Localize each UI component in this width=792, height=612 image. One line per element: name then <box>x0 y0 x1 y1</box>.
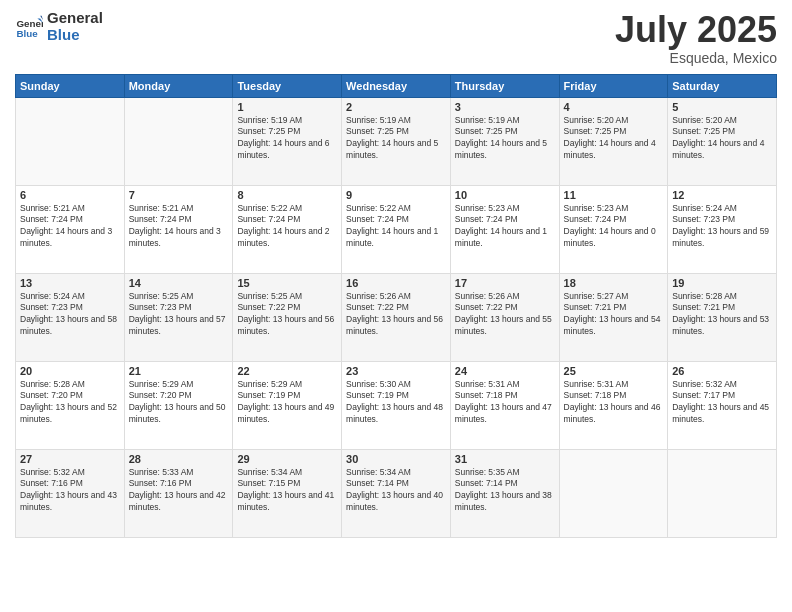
calendar-week-row: 6Sunrise: 5:21 AM Sunset: 7:24 PM Daylig… <box>16 185 777 273</box>
day-info: Sunrise: 5:20 AM Sunset: 7:25 PM Dayligh… <box>672 115 772 163</box>
calendar-cell: 23Sunrise: 5:30 AM Sunset: 7:19 PM Dayli… <box>342 361 451 449</box>
day-number: 11 <box>564 189 664 201</box>
calendar-cell: 3Sunrise: 5:19 AM Sunset: 7:25 PM Daylig… <box>450 97 559 185</box>
weekday-header: Wednesday <box>342 74 451 97</box>
day-info: Sunrise: 5:35 AM Sunset: 7:14 PM Dayligh… <box>455 467 555 515</box>
day-info: Sunrise: 5:23 AM Sunset: 7:24 PM Dayligh… <box>564 203 664 251</box>
calendar-cell: 8Sunrise: 5:22 AM Sunset: 7:24 PM Daylig… <box>233 185 342 273</box>
day-number: 16 <box>346 277 446 289</box>
calendar-week-row: 20Sunrise: 5:28 AM Sunset: 7:20 PM Dayli… <box>16 361 777 449</box>
day-number: 18 <box>564 277 664 289</box>
day-number: 20 <box>20 365 120 377</box>
svg-text:Blue: Blue <box>16 27 38 38</box>
weekday-header: Monday <box>124 74 233 97</box>
day-info: Sunrise: 5:24 AM Sunset: 7:23 PM Dayligh… <box>672 203 772 251</box>
day-number: 24 <box>455 365 555 377</box>
calendar-cell: 13Sunrise: 5:24 AM Sunset: 7:23 PM Dayli… <box>16 273 125 361</box>
day-info: Sunrise: 5:34 AM Sunset: 7:14 PM Dayligh… <box>346 467 446 515</box>
calendar-cell: 31Sunrise: 5:35 AM Sunset: 7:14 PM Dayli… <box>450 449 559 537</box>
day-info: Sunrise: 5:30 AM Sunset: 7:19 PM Dayligh… <box>346 379 446 427</box>
title-block: July 2025 Esqueda, Mexico <box>615 10 777 66</box>
calendar-table: SundayMondayTuesdayWednesdayThursdayFrid… <box>15 74 777 538</box>
day-info: Sunrise: 5:21 AM Sunset: 7:24 PM Dayligh… <box>129 203 229 251</box>
day-number: 29 <box>237 453 337 465</box>
day-number: 1 <box>237 101 337 113</box>
weekday-header: Tuesday <box>233 74 342 97</box>
day-info: Sunrise: 5:25 AM Sunset: 7:23 PM Dayligh… <box>129 291 229 339</box>
calendar-cell: 6Sunrise: 5:21 AM Sunset: 7:24 PM Daylig… <box>16 185 125 273</box>
day-info: Sunrise: 5:22 AM Sunset: 7:24 PM Dayligh… <box>237 203 337 251</box>
day-number: 30 <box>346 453 446 465</box>
weekday-header-row: SundayMondayTuesdayWednesdayThursdayFrid… <box>16 74 777 97</box>
day-info: Sunrise: 5:29 AM Sunset: 7:19 PM Dayligh… <box>237 379 337 427</box>
logo-icon: General Blue <box>15 13 43 41</box>
day-number: 25 <box>564 365 664 377</box>
day-number: 12 <box>672 189 772 201</box>
calendar-cell: 12Sunrise: 5:24 AM Sunset: 7:23 PM Dayli… <box>668 185 777 273</box>
calendar-cell: 9Sunrise: 5:22 AM Sunset: 7:24 PM Daylig… <box>342 185 451 273</box>
day-number: 28 <box>129 453 229 465</box>
calendar-cell: 16Sunrise: 5:26 AM Sunset: 7:22 PM Dayli… <box>342 273 451 361</box>
calendar-cell: 24Sunrise: 5:31 AM Sunset: 7:18 PM Dayli… <box>450 361 559 449</box>
calendar-cell: 28Sunrise: 5:33 AM Sunset: 7:16 PM Dayli… <box>124 449 233 537</box>
calendar-cell: 21Sunrise: 5:29 AM Sunset: 7:20 PM Dayli… <box>124 361 233 449</box>
day-info: Sunrise: 5:32 AM Sunset: 7:17 PM Dayligh… <box>672 379 772 427</box>
day-info: Sunrise: 5:21 AM Sunset: 7:24 PM Dayligh… <box>20 203 120 251</box>
calendar-cell: 17Sunrise: 5:26 AM Sunset: 7:22 PM Dayli… <box>450 273 559 361</box>
calendar-cell: 5Sunrise: 5:20 AM Sunset: 7:25 PM Daylig… <box>668 97 777 185</box>
day-number: 10 <box>455 189 555 201</box>
calendar-cell <box>668 449 777 537</box>
weekday-header: Sunday <box>16 74 125 97</box>
day-info: Sunrise: 5:31 AM Sunset: 7:18 PM Dayligh… <box>455 379 555 427</box>
day-info: Sunrise: 5:34 AM Sunset: 7:15 PM Dayligh… <box>237 467 337 515</box>
day-info: Sunrise: 5:19 AM Sunset: 7:25 PM Dayligh… <box>455 115 555 163</box>
day-info: Sunrise: 5:31 AM Sunset: 7:18 PM Dayligh… <box>564 379 664 427</box>
calendar-week-row: 13Sunrise: 5:24 AM Sunset: 7:23 PM Dayli… <box>16 273 777 361</box>
day-number: 13 <box>20 277 120 289</box>
calendar-cell: 10Sunrise: 5:23 AM Sunset: 7:24 PM Dayli… <box>450 185 559 273</box>
day-number: 5 <box>672 101 772 113</box>
logo: General Blue General Blue <box>15 10 103 43</box>
weekday-header: Saturday <box>668 74 777 97</box>
calendar-cell: 25Sunrise: 5:31 AM Sunset: 7:18 PM Dayli… <box>559 361 668 449</box>
calendar-cell: 15Sunrise: 5:25 AM Sunset: 7:22 PM Dayli… <box>233 273 342 361</box>
calendar-cell: 22Sunrise: 5:29 AM Sunset: 7:19 PM Dayli… <box>233 361 342 449</box>
day-info: Sunrise: 5:26 AM Sunset: 7:22 PM Dayligh… <box>346 291 446 339</box>
day-number: 3 <box>455 101 555 113</box>
calendar-cell <box>124 97 233 185</box>
calendar-week-row: 1Sunrise: 5:19 AM Sunset: 7:25 PM Daylig… <box>16 97 777 185</box>
day-number: 9 <box>346 189 446 201</box>
day-info: Sunrise: 5:26 AM Sunset: 7:22 PM Dayligh… <box>455 291 555 339</box>
day-info: Sunrise: 5:20 AM Sunset: 7:25 PM Dayligh… <box>564 115 664 163</box>
day-info: Sunrise: 5:27 AM Sunset: 7:21 PM Dayligh… <box>564 291 664 339</box>
day-number: 7 <box>129 189 229 201</box>
day-number: 23 <box>346 365 446 377</box>
calendar-cell: 19Sunrise: 5:28 AM Sunset: 7:21 PM Dayli… <box>668 273 777 361</box>
day-number: 26 <box>672 365 772 377</box>
day-number: 4 <box>564 101 664 113</box>
calendar-cell: 20Sunrise: 5:28 AM Sunset: 7:20 PM Dayli… <box>16 361 125 449</box>
calendar-cell: 7Sunrise: 5:21 AM Sunset: 7:24 PM Daylig… <box>124 185 233 273</box>
logo-blue: Blue <box>47 27 103 44</box>
calendar-cell: 18Sunrise: 5:27 AM Sunset: 7:21 PM Dayli… <box>559 273 668 361</box>
calendar-cell: 4Sunrise: 5:20 AM Sunset: 7:25 PM Daylig… <box>559 97 668 185</box>
title-location: Esqueda, Mexico <box>615 50 777 66</box>
day-number: 6 <box>20 189 120 201</box>
day-info: Sunrise: 5:19 AM Sunset: 7:25 PM Dayligh… <box>237 115 337 163</box>
day-info: Sunrise: 5:19 AM Sunset: 7:25 PM Dayligh… <box>346 115 446 163</box>
day-info: Sunrise: 5:28 AM Sunset: 7:21 PM Dayligh… <box>672 291 772 339</box>
calendar-cell: 1Sunrise: 5:19 AM Sunset: 7:25 PM Daylig… <box>233 97 342 185</box>
logo-general: General <box>47 10 103 27</box>
header: General Blue General Blue July 2025 Esqu… <box>15 10 777 66</box>
day-number: 15 <box>237 277 337 289</box>
day-info: Sunrise: 5:28 AM Sunset: 7:20 PM Dayligh… <box>20 379 120 427</box>
day-number: 31 <box>455 453 555 465</box>
calendar-cell <box>559 449 668 537</box>
day-number: 22 <box>237 365 337 377</box>
day-info: Sunrise: 5:25 AM Sunset: 7:22 PM Dayligh… <box>237 291 337 339</box>
calendar-cell: 30Sunrise: 5:34 AM Sunset: 7:14 PM Dayli… <box>342 449 451 537</box>
weekday-header: Friday <box>559 74 668 97</box>
day-number: 27 <box>20 453 120 465</box>
day-info: Sunrise: 5:23 AM Sunset: 7:24 PM Dayligh… <box>455 203 555 251</box>
day-number: 17 <box>455 277 555 289</box>
